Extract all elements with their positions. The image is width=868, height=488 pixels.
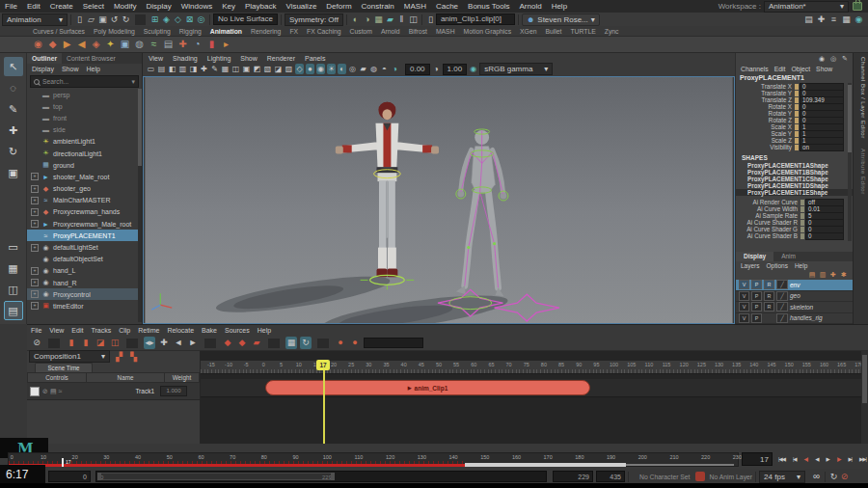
character-set-selector[interactable]: No Character Set (639, 474, 691, 480)
scale-tool[interactable]: ▣ (4, 163, 23, 182)
film-gate-icon[interactable]: ◫ (231, 64, 240, 74)
range-end-handle[interactable] (331, 473, 335, 480)
layout-custom-pane[interactable]: ▤ (4, 301, 23, 320)
grease-pencil-icon[interactable]: ✎ (210, 64, 219, 74)
bookmark-icon[interactable]: ▥ (178, 64, 187, 74)
timeline-ruler[interactable]: -15-10-505101520253035404550556065707580… (201, 361, 861, 374)
menu-item[interactable]: Tracks (91, 327, 111, 334)
redo-icon[interactable]: ↻ (121, 14, 131, 25)
menu-item[interactable]: Display (142, 2, 176, 11)
pin-icon[interactable]: ◉ (818, 53, 826, 65)
layer-playback-toggle[interactable]: P (751, 291, 762, 301)
resolution-gate-icon[interactable]: ▣ (242, 64, 251, 74)
range-start-handle[interactable] (97, 473, 101, 480)
menu-item[interactable]: Create (45, 2, 78, 11)
handles_rig[interactable]: V P ╱ handles_rig (736, 313, 853, 325)
status-icon[interactable] (135, 14, 146, 25)
shelf-icon[interactable]: ▸ (221, 39, 231, 50)
snap-point-icon[interactable]: ◇ (173, 14, 183, 25)
live-surface-field[interactable]: No Live Surface (213, 14, 278, 25)
menu-item[interactable]: Playback (240, 2, 281, 11)
time-editor-tool-icon[interactable] (317, 339, 329, 348)
menu-item[interactable]: Panels (305, 55, 325, 62)
shelf-tab[interactable]: MASH (436, 28, 455, 36)
menu-set-dropdown[interactable]: Animation▾ (2, 14, 68, 26)
add-source-icon[interactable]: ● (335, 337, 346, 349)
expand-icon[interactable]: + (31, 244, 39, 252)
snap-curve-icon[interactable]: ◈ (161, 14, 172, 25)
shelf-icon[interactable]: ≈ (149, 39, 159, 50)
menu-item[interactable]: Relocate (167, 327, 194, 334)
menu-item[interactable]: Edit (774, 66, 786, 72)
fps-dropdown[interactable]: 24 fps▾ (759, 471, 805, 483)
time-editor-tool-icon[interactable] (126, 339, 138, 348)
workspace-dropdown[interactable]: Animation*▾ (764, 1, 849, 13)
shelf-tab[interactable]: Motion Graphics (464, 28, 512, 36)
layer-visible-toggle[interactable]: V (739, 280, 749, 289)
outliner-item[interactable]: + ☀ directionalLight1 (27, 148, 138, 159)
shelf-icon[interactable]: ✚ (177, 39, 188, 50)
pause-icon[interactable]: ‖ (396, 14, 407, 25)
snap-grid-icon[interactable]: ⊞ (149, 14, 160, 25)
tab-attribute-editor[interactable]: Attribute Editor (856, 149, 866, 195)
solo-track-icon[interactable]: ▤ (50, 388, 57, 395)
animation-end-field[interactable]: 435 (596, 471, 625, 482)
layer-playback-toggle[interactable]: P (751, 280, 762, 289)
menu-item[interactable]: Channels (741, 66, 769, 72)
symmetry-dropdown[interactable]: Symmetry: Off (285, 14, 343, 26)
outliner-item[interactable]: + ◆ shooter_geo (27, 183, 138, 195)
select-camera-icon[interactable]: ▭ (147, 64, 155, 74)
textured-icon[interactable]: ◉ (316, 64, 325, 74)
menu-item[interactable]: MASH (399, 2, 431, 11)
outliner-item[interactable]: + ► shooter_Male_root (27, 171, 138, 182)
menu-item[interactable]: Bonus Tools (463, 2, 514, 11)
image-plane-icon[interactable]: ◨ (189, 64, 198, 74)
menu-item[interactable]: Help (258, 327, 271, 334)
make-live-icon[interactable]: ◎ (196, 14, 206, 25)
clip-name-field[interactable]: anim_Clip1.clip[0] (436, 14, 515, 25)
attribute-value-field[interactable]: on (800, 144, 844, 151)
menu-item[interactable]: Show (62, 66, 79, 72)
time-slider[interactable]: 0102030405060708090100110120130140150160… (8, 452, 739, 467)
ipr-render-icon[interactable]: ◑ (362, 14, 372, 25)
bake-icon[interactable]: ▰ (251, 337, 262, 349)
geo[interactable]: V P R ╱ geo (736, 291, 853, 303)
time-editor-tool-icon[interactable] (204, 339, 216, 348)
outliner-item[interactable]: + ◆ Proxycrewman_hands (27, 206, 138, 218)
outliner-scrollbar[interactable] (138, 89, 142, 322)
ghost-track-icon[interactable]: ≈ (59, 388, 63, 395)
gamma-icon[interactable]: ◑ (432, 64, 441, 74)
menu-item[interactable]: Retime (138, 327, 159, 334)
settings-icon[interactable]: ◉ (854, 14, 864, 25)
new-scene-icon[interactable]: ▯ (74, 14, 85, 25)
shelf-icon[interactable]: ◆ (47, 39, 58, 50)
outliner-search[interactable]: Search... ▾ (30, 75, 139, 88)
shape-node[interactable]: ProxyPLACEMENT1CShape (736, 176, 853, 182)
layer-visible-toggle[interactable]: V (739, 291, 749, 301)
layout-four-pane[interactable]: ▦ (4, 258, 23, 278)
layer-visible-toggle[interactable]: V (739, 313, 749, 323)
trim-clip-icon[interactable]: ◪ (95, 337, 106, 349)
delete-composition-icon[interactable]: ▚ (128, 351, 139, 363)
wireframe-icon[interactable]: ◇ (295, 64, 304, 74)
shelf-icon[interactable]: ◍ (134, 39, 145, 50)
layout-two-pane[interactable]: ◫ (4, 280, 23, 299)
playhead-flag[interactable]: 17 (316, 360, 330, 370)
track-weight-field[interactable]: 1.000 (160, 386, 187, 396)
shadows-icon[interactable]: ◐ (338, 64, 346, 74)
shelf-icon[interactable]: ◈ (91, 39, 101, 50)
key-red-icon[interactable]: ◆ (222, 337, 233, 349)
composition-dropdown[interactable]: Composition1▾ (29, 350, 110, 363)
menu-item[interactable]: View (149, 55, 163, 62)
menu-item[interactable]: Edit (22, 2, 45, 11)
track-row[interactable]: ⊘▤≈ Track1 1.000 (27, 383, 200, 400)
select-tool[interactable]: ↖ (4, 57, 23, 76)
snap-plane-icon[interactable]: ⊠ (184, 14, 195, 25)
menu-item[interactable]: Windows (176, 2, 217, 11)
menu-item[interactable]: Help (547, 2, 572, 11)
snap-clip-icon[interactable]: ▦ (285, 337, 297, 349)
time-editor-tool-icon[interactable] (48, 339, 60, 348)
render-settings-icon[interactable]: ▦ (373, 14, 384, 25)
lasso-select-tool[interactable]: ◌ (4, 78, 23, 97)
outliner-item[interactable]: + ◉ hand_L (27, 265, 138, 277)
